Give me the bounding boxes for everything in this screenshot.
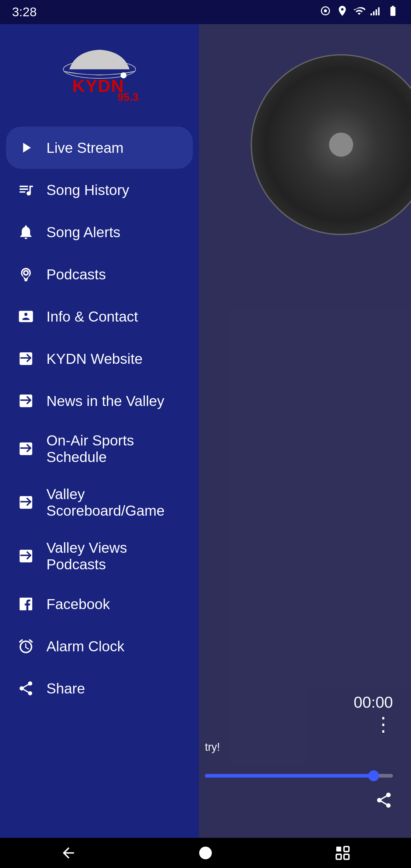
time-display: 00:00 (354, 693, 393, 711)
podcasts-label: Podcasts (46, 266, 106, 283)
sidebar-item-info-contact[interactable]: Info & Contact (0, 296, 199, 338)
sidebar-item-live-stream[interactable]: Live Stream (6, 127, 193, 169)
sidebar-item-valley-views[interactable]: Valley Views Podcasts (0, 529, 199, 583)
external-link-scoreboard-icon (15, 492, 37, 513)
bottom-nav (0, 838, 411, 868)
signal-icon (370, 5, 382, 20)
external-link-news-icon (15, 390, 37, 412)
sidebar-item-alarm-clock[interactable]: Alarm Clock (0, 625, 199, 667)
record-icon (319, 5, 331, 20)
share-label: Share (46, 680, 85, 697)
sidebar-item-share[interactable]: Share (0, 667, 199, 710)
logo-area: KYDN 95.3 (0, 24, 199, 127)
svg-text:95.3: 95.3 (118, 91, 138, 103)
facebook-label: Facebook (46, 596, 110, 613)
svg-rect-4 (375, 9, 377, 16)
facebook-icon (15, 593, 37, 615)
alarm-clock-label: Alarm Clock (46, 638, 124, 655)
svg-rect-3 (373, 11, 375, 15)
external-link-sports-icon (15, 438, 37, 460)
status-time: 3:28 (12, 5, 37, 19)
svg-rect-14 (344, 855, 349, 859)
progress-thumb (368, 770, 379, 781)
share-button[interactable] (375, 791, 393, 814)
home-button[interactable] (193, 841, 218, 865)
sidebar-item-sports-schedule[interactable]: On-Air Sports Schedule (0, 422, 199, 475)
more-options-button[interactable]: ⋮ (374, 713, 393, 735)
sidebar-item-facebook[interactable]: Facebook (0, 583, 199, 625)
sidebar-item-song-alerts[interactable]: Song Alerts (0, 211, 199, 253)
sidebar-item-news-valley[interactable]: News in the Valley (0, 380, 199, 422)
logo-container: KYDN 95.3 (45, 42, 154, 108)
song-history-label: Song History (46, 182, 129, 198)
sports-schedule-label: On-Air Sports Schedule (46, 432, 184, 465)
share-icon (15, 678, 37, 699)
svg-rect-5 (378, 7, 380, 16)
id-card-icon (15, 306, 37, 327)
external-link-valley-views-icon (15, 545, 37, 567)
drawer: KYDN 95.3 Live Stream (0, 24, 199, 838)
news-valley-label: News in the Valley (46, 393, 164, 409)
svg-rect-12 (344, 846, 349, 851)
location-icon (336, 5, 348, 20)
main-container: KYDN 95.3 Live Stream (0, 24, 411, 838)
sidebar-item-scoreboard[interactable]: Valley Scoreboard/Game (0, 475, 199, 529)
sidebar-item-podcasts[interactable]: Podcasts (0, 253, 199, 296)
music-list-icon (15, 179, 37, 201)
sidebar-item-song-history[interactable]: Song History (0, 169, 199, 211)
svg-rect-2 (371, 13, 372, 16)
valley-views-label: Valley Views Podcasts (46, 539, 184, 572)
svg-rect-11 (336, 846, 341, 851)
song-alerts-label: Song Alerts (46, 224, 120, 241)
sidebar-item-kydn-website[interactable]: KYDN Website (0, 338, 199, 380)
svg-point-9 (121, 72, 127, 79)
info-contact-label: Info & Contact (46, 308, 138, 325)
vinyl-center (329, 133, 353, 157)
progress-bar[interactable] (205, 774, 393, 778)
status-bar: 3:28 (0, 0, 411, 24)
battery-icon (387, 5, 399, 20)
play-icon (15, 137, 37, 158)
svg-text:KYDN: KYDN (72, 76, 124, 96)
svg-point-10 (199, 846, 212, 859)
recents-button[interactable] (330, 841, 355, 865)
podcast-icon (15, 264, 37, 285)
alarm-icon (15, 635, 37, 657)
svg-point-1 (324, 9, 327, 12)
bell-icon (15, 221, 37, 243)
wifi-icon (353, 5, 365, 20)
back-button[interactable] (56, 841, 81, 865)
country-text: try! (205, 741, 220, 753)
live-stream-label: Live Stream (46, 140, 124, 156)
right-panel: 00:00 ⋮ try! (199, 24, 411, 838)
status-icons (319, 5, 399, 20)
svg-rect-13 (336, 855, 341, 859)
kydn-logo: KYDN 95.3 (45, 45, 154, 105)
external-link-kydn-icon (15, 348, 37, 370)
kydn-website-label: KYDN Website (46, 350, 143, 367)
menu-items: Live Stream Song History Song Alerts (0, 127, 199, 838)
scoreboard-label: Valley Scoreboard/Game (46, 486, 184, 519)
progress-bar-fill (205, 774, 374, 778)
